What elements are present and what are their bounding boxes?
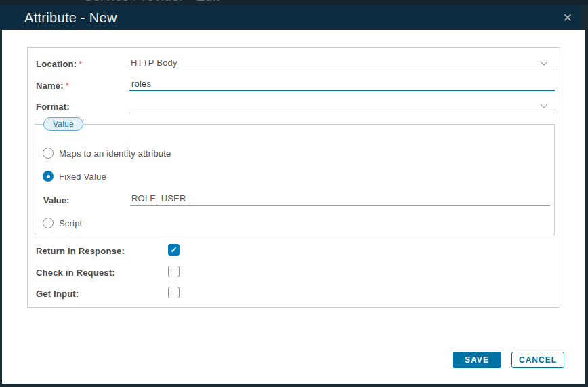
check-icon: ✓: [170, 246, 177, 254]
modal-body: Location:* HTTP Body Name:* roles Format…: [2, 30, 585, 384]
cancel-button[interactable]: CANCEL: [511, 352, 564, 368]
modal-header: Attribute - New ✕: [0, 5, 581, 30]
radio-label: Fixed Value: [59, 171, 106, 182]
background-overlay: Service Provider - Edit: [0, 0, 588, 5]
value-tab[interactable]: Value: [43, 117, 83, 131]
radio-row-identity-attribute[interactable]: Maps to an identity attribute: [43, 148, 171, 159]
close-icon[interactable]: ✕: [563, 12, 572, 24]
check-in-request-checkbox[interactable]: ✓: [168, 266, 180, 277]
check-in-request-label: Check in Request:: [36, 268, 115, 278]
format-select[interactable]: [129, 98, 555, 113]
radio-row-script[interactable]: Script: [43, 218, 82, 228]
radio-unselected-icon[interactable]: [43, 148, 54, 159]
location-value: HTTP Body: [131, 58, 177, 68]
chevron-down-icon[interactable]: [540, 58, 547, 65]
radio-label: Script: [59, 218, 82, 228]
value-section: Value Maps to an identity attribute Fixe…: [35, 124, 555, 235]
name-input[interactable]: roles: [129, 77, 555, 91]
get-input-label: Get Input:: [36, 289, 79, 299]
save-button[interactable]: SAVE: [453, 352, 501, 368]
chevron-down-icon[interactable]: [540, 100, 547, 108]
radio-label: Maps to an identity attribute: [59, 148, 171, 159]
format-label: Format:: [36, 102, 70, 112]
background-dialog-title: Service Provider - Edit: [84, 0, 220, 4]
value-field-value: ROLE_USER: [131, 193, 186, 203]
return-in-response-label: Return in Response:: [36, 246, 125, 256]
location-label: Location:*: [36, 59, 83, 69]
modal-title: Attribute - New: [24, 10, 117, 26]
radio-row-fixed-value[interactable]: Fixed Value: [43, 171, 106, 182]
attribute-form: Location:* HTTP Body Name:* roles Format…: [27, 47, 560, 308]
value-field-label: Value:: [43, 195, 69, 205]
required-marker: *: [66, 81, 69, 91]
name-value: roles: [131, 79, 151, 89]
radio-selected-icon[interactable]: [43, 171, 54, 182]
required-marker: *: [79, 59, 82, 69]
get-input-checkbox[interactable]: ✓: [168, 287, 180, 298]
location-select[interactable]: HTTP Body: [129, 56, 555, 70]
radio-unselected-icon[interactable]: [43, 218, 54, 228]
name-label: Name:*: [36, 81, 69, 91]
return-in-response-checkbox[interactable]: ✓: [168, 244, 180, 256]
value-input[interactable]: ROLE_USER: [130, 191, 550, 206]
